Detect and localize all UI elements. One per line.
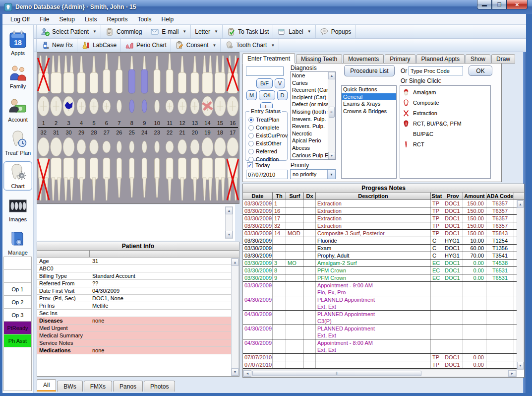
diagnosis-item-revers-pulp[interactable]: Revers. Pulp. bbox=[291, 123, 328, 130]
scroll-down-icon[interactable]: ▼ bbox=[226, 231, 233, 238]
diagnosis-item-defect-or-miss[interactable]: Defect (or miss bbox=[291, 101, 328, 108]
sidebar-item-treat-plan[interactable]: Treat' Plan bbox=[3, 128, 32, 157]
notes-scrollbar[interactable]: ▲ ▼ bbox=[225, 206, 233, 239]
toolbar-button-letter[interactable]: Letter▼ bbox=[191, 25, 223, 38]
progress-note-row[interactable]: 04/30/2009PLANNED AppointmentExt, Ext bbox=[243, 325, 517, 339]
title-bar[interactable]: Demo Database {Admin} - Smith, John - 15… bbox=[0, 0, 532, 14]
progress-note-row[interactable]: 03/30/20091ExtractionTPDOC1150.00T6357 bbox=[243, 200, 517, 207]
quick-category-quick-buttons[interactable]: Quick Buttons bbox=[342, 86, 396, 93]
progress-notes-vscrollbar[interactable]: ▲ ▼ bbox=[517, 200, 524, 370]
scroll-up-icon[interactable]: ▲ bbox=[517, 200, 524, 208]
operatory-cell-ptready[interactable]: PtReady bbox=[4, 322, 31, 334]
menu-help[interactable]: Help bbox=[157, 15, 179, 24]
tab-missing-teeth[interactable]: Missing Teeth bbox=[296, 54, 342, 64]
treatment-notes-area[interactable]: ▲ ▼ bbox=[37, 204, 235, 241]
surface-button-b-f[interactable]: B/F bbox=[256, 78, 273, 88]
column-header-description[interactable]: Description bbox=[316, 193, 431, 199]
treatment-date-field[interactable] bbox=[246, 170, 288, 179]
sidebar-item-family[interactable]: Family bbox=[3, 62, 32, 91]
quick-category-general[interactable]: General bbox=[342, 93, 396, 101]
diagnosis-item-irrevers-pulp[interactable]: Irrevers. Pulp. bbox=[291, 116, 328, 123]
diagnosis-item-necrotic[interactable]: Necrotic bbox=[291, 130, 328, 137]
toolbar-button-tooth-chart[interactable]: Tooth Chart▼ bbox=[221, 39, 279, 52]
tab-enter-treatment[interactable]: Enter Treatment bbox=[242, 53, 295, 64]
sidebar-item-appts[interactable]: 18Appts bbox=[3, 28, 32, 58]
quick-button-composite[interactable]: Composite bbox=[400, 97, 490, 108]
scroll-down-icon[interactable]: ▼ bbox=[328, 152, 335, 159]
progress-note-row[interactable]: 03/30/20099PFM CrownECDOC10.00T6531 bbox=[243, 274, 517, 282]
diagnosis-item-recurrent-car[interactable]: Recurrent (Car) bbox=[291, 86, 328, 94]
quick-button-rct[interactable]: RCT bbox=[400, 139, 490, 149]
diagnosis-item-caries[interactable]: Caries bbox=[291, 79, 328, 87]
progress-note-row[interactable]: 03/30/2009Appointment - 9:00 AMFlo, Ex, … bbox=[243, 282, 517, 296]
quick-button-extraction[interactable]: Extraction bbox=[400, 108, 490, 118]
toolbar-button-commlog[interactable]: Commlog bbox=[101, 25, 146, 38]
chevron-down-icon[interactable]: ▼ bbox=[214, 29, 218, 34]
menu-file[interactable]: File bbox=[35, 15, 54, 24]
progress-note-row[interactable]: 03/30/20098PFM CrownECDOC10.00T6531 bbox=[243, 267, 517, 274]
progress-note-row[interactable]: 07/07/2010TPDOC10.00 bbox=[243, 361, 517, 369]
close-button[interactable]: ✕ bbox=[507, 0, 528, 9]
surface-button-o-i[interactable]: O/I bbox=[259, 90, 275, 100]
scroll-right-icon[interactable]: ► bbox=[508, 370, 516, 377]
chevron-down-icon[interactable]: ▼ bbox=[212, 43, 216, 48]
column-header-th[interactable]: Th bbox=[273, 193, 286, 199]
tab-draw[interactable]: Draw bbox=[491, 54, 515, 64]
quick-button-amalgam[interactable]: Amalgam bbox=[400, 87, 490, 97]
tab-planned-appts[interactable]: Planned Appts bbox=[416, 54, 465, 64]
diagnosis-item-carious-pulp-e[interactable]: Carious Pulp E bbox=[291, 152, 328, 159]
scroll-up-icon[interactable]: ▲ bbox=[226, 207, 233, 214]
image-tab-panos[interactable]: Panos bbox=[113, 381, 143, 392]
progress-note-row[interactable]: 07/07/2010TPDOC10.00 bbox=[243, 354, 517, 361]
scroll-up-icon[interactable]: ▲ bbox=[328, 72, 335, 79]
operatory-cell-ph-asst[interactable]: Ph Asst bbox=[4, 334, 31, 347]
progress-note-row[interactable]: 03/30/200916ExtractionTPDOC1150.00T6357 bbox=[243, 207, 517, 215]
patient-info-scrollbar[interactable]: ▲ ▼ bbox=[231, 258, 239, 376]
tab-show[interactable]: Show bbox=[466, 54, 490, 64]
progress-note-row[interactable]: 03/30/200914MODComposite-3 Surf, Posteri… bbox=[243, 230, 517, 237]
column-header-date[interactable]: Date bbox=[243, 193, 273, 199]
menu-setup[interactable]: Setup bbox=[54, 15, 79, 24]
sidebar-item-manage[interactable]: Manage bbox=[3, 228, 32, 257]
diagnosis-scrollbar[interactable]: ▲ ≡ ▼ bbox=[328, 72, 335, 159]
progress-note-row[interactable]: 04/30/2009Appointment - 8:00 AMExt, Ext bbox=[243, 339, 517, 354]
sidebar-item-chart[interactable]: Chart bbox=[3, 161, 32, 191]
progress-note-row[interactable]: 03/30/200932ExtractionTPDOC1150.00T6357 bbox=[243, 222, 517, 230]
maximize-button[interactable]: ❐ bbox=[492, 0, 507, 9]
toolbar-button-label[interactable]: Label▼ bbox=[273, 25, 315, 38]
treatment-quick-input[interactable] bbox=[246, 66, 284, 76]
operatory-cell-item[interactable] bbox=[4, 257, 31, 270]
column-header-amount[interactable]: Amount bbox=[463, 193, 486, 199]
column-header-ada-code[interactable]: ADA Code bbox=[486, 193, 514, 199]
progress-note-row[interactable]: 03/30/200917ExtractionTPDOC1150.00T6357 bbox=[243, 215, 517, 222]
surface-button-d[interactable]: D bbox=[277, 90, 288, 100]
diagnosis-item-missing-tooth-s[interactable]: Missing (tooth s bbox=[291, 108, 328, 116]
toolbar-button-consent[interactable]: Consent▼ bbox=[171, 39, 221, 52]
menu-reports[interactable]: Reports bbox=[102, 15, 133, 24]
sidebar-item-account[interactable]: Account bbox=[3, 95, 32, 124]
progress-note-row[interactable]: 03/30/20093MOAmalgam-2 SurfECDOC10.00T45… bbox=[243, 260, 517, 267]
column-header-surf[interactable]: Surf bbox=[286, 193, 304, 199]
scroll-left-icon[interactable]: ◄ bbox=[243, 370, 251, 377]
scroll-up-icon[interactable]: ▲ bbox=[232, 259, 238, 266]
scroll-thumb[interactable]: ≡ bbox=[329, 107, 335, 118]
column-header-prov[interactable]: Prov bbox=[443, 193, 463, 199]
tab-movements[interactable]: Movements bbox=[343, 54, 384, 64]
progress-note-row[interactable]: 03/30/2009Prophy, AdultCHYG170.00T3541 bbox=[243, 252, 517, 260]
menu-tools[interactable]: Tools bbox=[133, 15, 157, 24]
toolbar-button-e-mail[interactable]: E-mail▼ bbox=[146, 25, 191, 38]
operatory-cell-op-2[interactable]: Op 2 bbox=[4, 296, 31, 309]
scroll-thumb[interactable]: ⫴ bbox=[252, 371, 421, 376]
menu-log-off[interactable]: Log Off bbox=[5, 15, 35, 24]
toolbar-button-new-rx[interactable]: New Rx bbox=[36, 39, 77, 52]
chevron-down-icon[interactable]: ▼ bbox=[327, 170, 335, 179]
diagnosis-item-apical-perio[interactable]: Apical Perio bbox=[291, 137, 328, 144]
column-header-stat[interactable]: Stat bbox=[431, 193, 443, 199]
toolbar-button-to-task-list[interactable]: To Task List bbox=[223, 25, 273, 38]
minimize-button[interactable]: ▬ bbox=[477, 0, 492, 9]
quick-category-crowns-bridges[interactable]: Crowns & Bridges bbox=[342, 108, 396, 115]
toolbar-button-perio-chart[interactable]: Perio Chart bbox=[121, 39, 171, 52]
operatory-cell-op-3[interactable]: Op 3 bbox=[4, 309, 31, 322]
proc-code-input[interactable] bbox=[409, 66, 463, 75]
image-tab-bws[interactable]: BWs bbox=[57, 381, 82, 392]
